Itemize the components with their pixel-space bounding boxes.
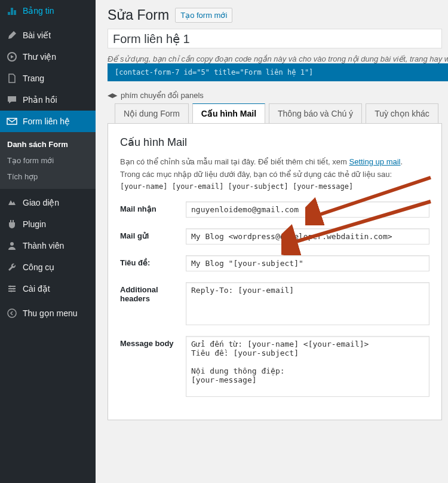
sidebar-item-comments[interactable]: Phản hồi xyxy=(0,89,96,111)
settings-icon xyxy=(6,283,18,295)
main-content: Sửa Form Tạo form mới Để sử dụng, bạn ch… xyxy=(96,0,448,483)
submenu-item-integration[interactable]: Tích hợp xyxy=(0,169,96,185)
svg-point-1 xyxy=(10,242,14,246)
svg-point-8 xyxy=(8,309,16,317)
sidebar-item-label: Trang xyxy=(23,74,44,83)
sidebar-item-contact-form[interactable]: Form liên hệ xyxy=(0,111,96,132)
tab-other[interactable]: Tuỳ chọn khác xyxy=(366,103,438,124)
page-title: Sửa Form xyxy=(108,7,169,23)
sidebar-item-label: Plugin xyxy=(23,219,46,229)
body-textarea[interactable] xyxy=(186,336,429,397)
media-icon xyxy=(6,51,18,63)
tabs: Nội dung Form Cấu hình Mail Thông báo và… xyxy=(108,103,448,124)
panel-toggle[interactable]: ◀▶ phím chuyển đổi panels xyxy=(108,91,448,100)
mail-panel-heading: Cấu hình Mail xyxy=(120,136,429,149)
sidebar-item-label: Thư viện xyxy=(23,52,56,62)
field-row-from: Mail gửi xyxy=(120,228,429,244)
to-label: Mail nhận xyxy=(120,201,186,213)
intro-suffix: . xyxy=(401,157,403,166)
sidebar-item-label: Phản hồi xyxy=(23,95,57,105)
sidebar-item-label: Bảng tin xyxy=(23,6,54,16)
tab-mail-config[interactable]: Cấu hình Mail xyxy=(192,103,265,124)
pin-icon xyxy=(6,29,18,41)
page-icon xyxy=(6,72,18,84)
field-row-headers: Additional headers xyxy=(120,282,429,325)
plugin-icon xyxy=(6,218,18,230)
admin-sidebar: Bảng tin Bài viết Thư viện Trang Phản hồ… xyxy=(0,0,96,483)
mail-icon xyxy=(6,115,18,127)
subject-label: Tiêu đề: xyxy=(120,255,186,267)
sidebar-item-settings[interactable]: Cài đặt xyxy=(0,278,96,299)
field-row-to: Mail nhận xyxy=(120,201,429,218)
dashboard-icon xyxy=(6,5,18,17)
tab-form-content[interactable]: Nội dung Form xyxy=(115,103,189,124)
svg-point-6 xyxy=(13,288,15,290)
to-input[interactable] xyxy=(186,201,429,218)
svg-point-5 xyxy=(10,286,11,288)
field-row-body: Message body xyxy=(120,336,429,397)
sidebar-item-label: Form liên hệ xyxy=(23,117,70,126)
from-input[interactable] xyxy=(186,228,429,244)
mail-panel: Cấu hình Mail Bạn có thể chỉnh sửa mẫu m… xyxy=(108,123,442,420)
sidebar-item-label: Thu gọn menu xyxy=(23,308,78,318)
sidebar-item-label: Giao diện xyxy=(23,198,59,207)
sidebar-item-pages[interactable]: Trang xyxy=(0,68,96,89)
appearance-icon xyxy=(6,197,18,209)
shortcode-helper-text: Để sử dụng, bạn chỉ cần copy đoạn code n… xyxy=(108,54,448,63)
sidebar-item-label: Thành viên xyxy=(23,241,64,250)
mail-panel-intro: Bạn có thể chỉnh sửa mẫu mail tại đây. Đ… xyxy=(120,157,429,166)
form-title-input[interactable] xyxy=(108,29,442,48)
field-row-subject: Tiêu đề: xyxy=(120,255,429,271)
sidebar-item-media[interactable]: Thư viện xyxy=(0,46,96,68)
sidebar-item-appearance[interactable]: Giao diện xyxy=(0,192,96,213)
submenu-item-form-list[interactable]: Danh sách Form xyxy=(0,136,96,152)
from-label: Mail gửi xyxy=(120,228,186,240)
subject-input[interactable] xyxy=(186,255,429,271)
new-form-button[interactable]: Tạo form mới xyxy=(175,8,232,23)
sidebar-item-posts[interactable]: Bài viết xyxy=(0,25,96,46)
page-title-row: Sửa Form Tạo form mới xyxy=(108,0,448,29)
setting-up-mail-link[interactable]: Setting up mail xyxy=(349,157,401,166)
mail-tags-info: Trong các mục nhập dữ liệu dưới đây, bạn… xyxy=(120,170,429,179)
comments-icon xyxy=(6,94,18,106)
sidebar-item-label: Cài đặt xyxy=(23,284,50,294)
body-label: Message body xyxy=(120,336,186,348)
tab-messages[interactable]: Thông báo và Chú ý xyxy=(269,103,362,124)
sidebar-submenu: Danh sách Form Tạo form mới Tích hợp xyxy=(0,132,96,189)
headers-label: Additional headers xyxy=(120,282,186,303)
users-icon xyxy=(6,240,18,252)
mail-tags: [your-name] [your-email] [your-subject] … xyxy=(120,182,429,191)
headers-textarea[interactable] xyxy=(186,282,429,325)
svg-point-7 xyxy=(11,291,13,292)
arrows-icon: ◀▶ xyxy=(108,91,117,99)
submenu-item-new-form[interactable]: Tạo form mới xyxy=(0,152,96,169)
sidebar-item-tools[interactable]: Công cụ xyxy=(0,256,96,278)
panel-toggle-label: phím chuyển đổi panels xyxy=(121,91,204,100)
intro-prefix: Bạn có thể chỉnh sửa mẫu mail tại đây. Đ… xyxy=(120,157,349,166)
sidebar-item-users[interactable]: Thành viên xyxy=(0,235,96,256)
sidebar-item-label: Công cụ xyxy=(23,262,54,272)
sidebar-item-label: Bài viết xyxy=(23,30,51,40)
sidebar-item-collapse[interactable]: Thu gọn menu xyxy=(0,302,96,324)
sidebar-item-plugins[interactable]: Plugin xyxy=(0,213,96,235)
tools-icon xyxy=(6,261,18,273)
collapse-icon xyxy=(6,307,18,319)
shortcode-box[interactable]: [contact-form-7 id="5" title="Form liên … xyxy=(108,63,448,81)
sidebar-item-dashboard[interactable]: Bảng tin xyxy=(0,0,96,22)
